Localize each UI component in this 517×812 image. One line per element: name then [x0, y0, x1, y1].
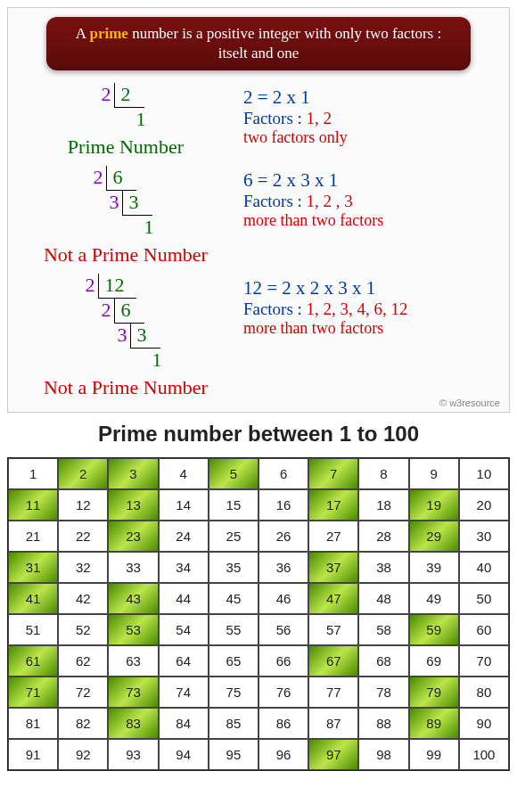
grid-cell: 75 — [209, 677, 258, 708]
grid-cell: 69 — [409, 645, 459, 677]
final-quotient: 1 — [146, 349, 174, 373]
divisor: 3 — [109, 324, 130, 347]
grid-cell: 80 — [459, 677, 509, 708]
grid-cell: 11 — [8, 489, 58, 521]
factor-ladder: 26331Not a Prime Number — [17, 166, 234, 267]
factor-count-desc: more than two factors — [243, 319, 500, 338]
grid-cell: 90 — [459, 708, 509, 739]
grid-cell: 87 — [308, 708, 358, 739]
grid-cell: 50 — [459, 583, 509, 614]
header-suffix: number is a positive integer with only t… — [128, 25, 441, 62]
grid-cell: 47 — [308, 583, 358, 614]
grid-cell: 66 — [258, 645, 308, 677]
grid-cell: 57 — [308, 614, 358, 645]
grid-cell: 49 — [409, 583, 459, 614]
grid-cell: 16 — [258, 489, 308, 521]
factors-line: Factors : 1, 2 — [243, 109, 500, 128]
grid-cell: 51 — [8, 614, 58, 645]
grid-cell: 95 — [209, 739, 258, 770]
equation: 2 = 2 x 1 — [243, 86, 500, 109]
grid-cell: 89 — [409, 708, 459, 739]
example: 21226331Not a Prime Number12 = 2 x 2 x 3… — [17, 274, 500, 399]
grid-cell: 48 — [358, 583, 408, 614]
grid-cell: 60 — [459, 614, 509, 645]
grid-cell: 72 — [58, 677, 108, 708]
grid-cell: 3 — [108, 458, 158, 489]
grid-cell: 20 — [459, 489, 509, 521]
grid-cell: 71 — [8, 677, 58, 708]
grid-cell: 34 — [159, 552, 209, 583]
verdict-label: Not a Prime Number — [17, 376, 234, 399]
grid-cell: 59 — [409, 614, 459, 645]
grid-cell: 53 — [108, 614, 158, 645]
grid-cell: 35 — [209, 552, 258, 583]
grid-cell: 41 — [8, 583, 58, 614]
grid-cell: 93 — [108, 739, 158, 770]
grid-cell: 28 — [358, 521, 408, 552]
grid-cell: 91 — [8, 739, 58, 770]
dividend: 2 — [114, 83, 144, 108]
example: 26331Not a Prime Number6 = 2 x 3 x 1Fact… — [17, 166, 500, 267]
explanation: 6 = 2 x 3 x 1Factors : 1, 2 , 3more than… — [234, 166, 500, 230]
grid-cell: 39 — [409, 552, 459, 583]
factor-count-desc: two factors only — [243, 128, 500, 147]
credit-text: © w3resource — [439, 398, 500, 408]
dividend: 6 — [114, 299, 144, 324]
factors-label: Factors : — [243, 109, 307, 127]
factor-ladder: 221Prime Number — [17, 83, 234, 159]
explanation: 12 = 2 x 2 x 3 x 1Factors : 1, 2, 3, 4, … — [234, 274, 500, 338]
grid-cell: 23 — [108, 521, 158, 552]
grid-cell: 40 — [459, 552, 509, 583]
grid-cell: 43 — [108, 583, 158, 614]
grid-cell: 96 — [258, 739, 308, 770]
grid-cell: 74 — [159, 677, 209, 708]
grid-cell: 100 — [459, 739, 509, 770]
grid-cell: 76 — [258, 677, 308, 708]
factors-list: 1, 2 — [307, 109, 332, 127]
grid-cell: 2 — [58, 458, 108, 489]
verdict-label: Prime Number — [17, 135, 234, 159]
grid-cell: 78 — [358, 677, 408, 708]
divisor: 2 — [77, 274, 98, 297]
number-grid: 1234567891011121314151617181920212223242… — [7, 457, 510, 771]
grid-cell: 62 — [58, 645, 108, 677]
grid-cell: 82 — [58, 708, 108, 739]
grid-cell: 32 — [58, 552, 108, 583]
grid-cell: 92 — [58, 739, 108, 770]
header-prime-word: prime — [89, 25, 127, 42]
grid-cell: 38 — [358, 552, 408, 583]
grid-cell: 83 — [108, 708, 158, 739]
grid-cell: 10 — [459, 458, 509, 489]
grid-cell: 98 — [358, 739, 408, 770]
final-quotient: 1 — [138, 216, 166, 240]
grid-cell: 58 — [358, 614, 408, 645]
definition-panel: A prime number is a positive integer wit… — [7, 7, 510, 413]
factor-ladder: 21226331Not a Prime Number — [17, 274, 234, 399]
grid-cell: 55 — [209, 614, 258, 645]
grid-cell: 45 — [209, 583, 258, 614]
grid-cell: 88 — [358, 708, 408, 739]
grid-cell: 63 — [108, 645, 158, 677]
grid-cell: 6 — [258, 458, 308, 489]
factor-count-desc: more than two factors — [243, 211, 500, 230]
divisor: 2 — [93, 83, 114, 106]
grid-cell: 73 — [108, 677, 158, 708]
grid-cell: 17 — [308, 489, 358, 521]
equation: 6 = 2 x 3 x 1 — [243, 169, 500, 192]
grid-cell: 64 — [159, 645, 209, 677]
divisor: 2 — [85, 166, 106, 189]
grid-cell: 44 — [159, 583, 209, 614]
grid-cell: 9 — [409, 458, 459, 489]
grid-cell: 33 — [108, 552, 158, 583]
grid-cell: 18 — [358, 489, 408, 521]
grid-cell: 30 — [459, 521, 509, 552]
factors-list: 1, 2 , 3 — [307, 192, 353, 210]
grid-cell: 65 — [209, 645, 258, 677]
example: 221Prime Number2 = 2 x 1Factors : 1, 2tw… — [17, 83, 500, 159]
grid-cell: 8 — [358, 458, 408, 489]
grid-cell: 46 — [258, 583, 308, 614]
grid-cell: 19 — [409, 489, 459, 521]
grid-cell: 29 — [409, 521, 459, 552]
grid-cell: 5 — [209, 458, 258, 489]
grid-cell: 1 — [8, 458, 58, 489]
